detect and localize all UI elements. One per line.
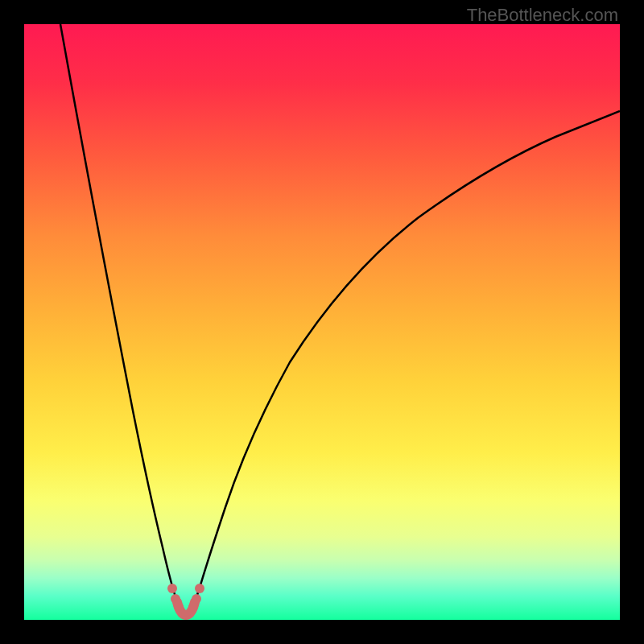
svg-point-1 (167, 584, 177, 593)
optimal-zone-marker (167, 584, 204, 615)
svg-point-5 (192, 594, 201, 604)
watermark-text: TheBottleneck.com (467, 5, 618, 26)
bottleneck-curve (24, 24, 620, 620)
svg-point-6 (195, 584, 204, 593)
chart-plot-area (24, 24, 620, 620)
